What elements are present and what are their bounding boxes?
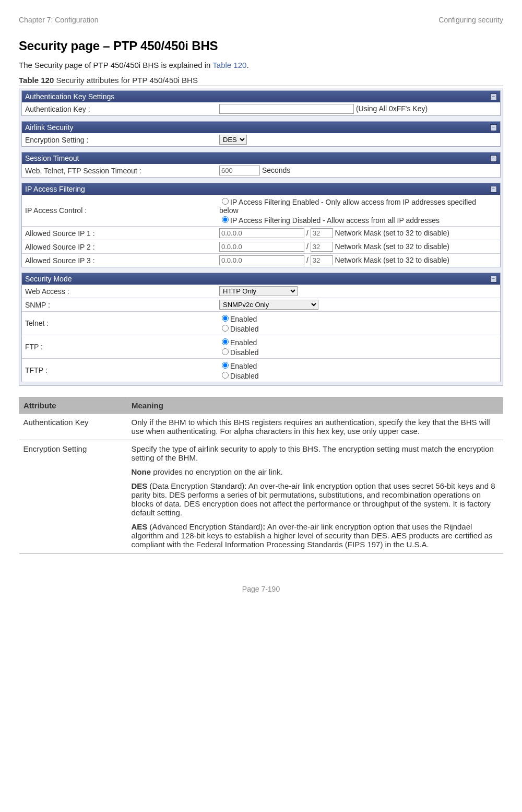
intro-prefix: The Security page of PTP 450/450i BHS is… [19, 61, 212, 69]
header-right: Configuring security [438, 16, 503, 24]
collapse-icon[interactable]: − [490, 276, 497, 283]
section-title: Security page – PTP 450/450i BHS [19, 39, 503, 53]
snmp-select[interactable]: SNMPv2c Only [219, 300, 318, 310]
snmp-label: SNMP : [22, 298, 216, 312]
panel-title-ipfilter: IP Access Filtering [25, 185, 85, 193]
tftp-disabled-radio[interactable] [222, 372, 229, 379]
tftp-enabled-radio[interactable] [222, 362, 229, 369]
telnet-disabled-radio[interactable] [222, 325, 229, 332]
table-link[interactable]: Table 120 [212, 61, 246, 69]
src-ip3-mask[interactable] [311, 255, 333, 265]
panel-auth-key: Authentication Key Settings − Authentica… [21, 90, 501, 116]
session-timeout-unit: Seconds [262, 166, 290, 174]
page-header: Chapter 7: Configuration Configuring sec… [19, 16, 503, 24]
panel-title-airlink: Airlink Security [25, 123, 74, 132]
src-ip1-input[interactable] [219, 228, 304, 238]
panel-security-mode: Security Mode − Web Access : HTTP Only S… [21, 273, 501, 382]
attr-name: Authentication Key [19, 414, 127, 440]
header-left: Chapter 7: Configuration [19, 16, 99, 24]
src-ip2-input[interactable] [219, 242, 304, 252]
web-access-select[interactable]: HTTP Only [219, 286, 298, 296]
panel-header-ipfilter: IP Access Filtering − [22, 183, 500, 195]
caption-rest: Security attributes for PTP 450/450i BHS [54, 76, 198, 85]
auth-key-label: Authentication Key : [22, 102, 216, 115]
telnet-label: Telnet : [22, 312, 216, 335]
ftp-disabled-radio[interactable] [222, 348, 229, 355]
web-access-label: Web Access : [22, 285, 216, 298]
panel-title-session: Session Timeout [25, 154, 79, 162]
src-ip1-label: Allowed Source IP 1 : [22, 227, 216, 240]
intro-paragraph: The Security page of PTP 450/450i BHS is… [19, 61, 503, 69]
config-screenshot: Authentication Key Settings − Authentica… [19, 88, 503, 386]
src-ip2-note: Network Mask (set to 32 to disable) [335, 242, 449, 251]
src-ip2-mask[interactable] [311, 242, 333, 252]
auth-key-note: (Using All 0xFF's Key) [356, 104, 428, 113]
panel-title-secmode: Security Mode [25, 275, 72, 283]
src-ip2-label: Allowed Source IP 2 : [22, 240, 216, 254]
ip-filter-disabled-radio[interactable] [222, 216, 229, 223]
panel-airlink: Airlink Security − Encryption Setting : … [21, 121, 501, 147]
attr-col-meaning: Meaning [127, 398, 503, 414]
panel-session: Session Timeout − Web, Telnet, FTP Sessi… [21, 152, 501, 178]
src-ip3-note: Network Mask (set to 32 to disable) [335, 256, 449, 264]
panel-header-auth: Authentication Key Settings − [22, 91, 500, 102]
session-timeout-label: Web, Telnet, FTP Session Timeout : [22, 164, 216, 177]
tftp-label: TFTP : [22, 359, 216, 382]
ip-filter-enabled-radio[interactable] [222, 198, 229, 205]
attr-name: Encryption Setting [19, 440, 127, 554]
panel-header-session: Session Timeout − [22, 152, 500, 164]
table-row: Authentication Key Only if the BHM to wh… [19, 414, 503, 440]
src-ip1-mask[interactable] [311, 228, 333, 238]
collapse-icon[interactable]: − [490, 124, 497, 131]
src-ip3-label: Allowed Source IP 3 : [22, 254, 216, 267]
collapse-icon[interactable]: − [490, 93, 497, 100]
ftp-label: FTP : [22, 335, 216, 359]
attribute-table: Attribute Meaning Authentication Key Onl… [19, 397, 503, 554]
intro-suffix: . [246, 61, 248, 69]
src-ip3-input[interactable] [219, 255, 304, 265]
ip-filter-enabled-option: IP Access Filtering Enabled - Only allow… [219, 196, 497, 215]
attr-meaning: Specify the type of airlink security to … [127, 440, 503, 554]
caption-bold: Table 120 [19, 76, 54, 85]
table-caption: Table 120 Security attributes for PTP 45… [19, 76, 503, 86]
ip-access-control-label: IP Access Control : [22, 195, 216, 227]
telnet-enabled-radio[interactable] [222, 315, 229, 322]
auth-key-cell: (Using All 0xFF's Key) [216, 102, 500, 115]
panel-header-secmode: Security Mode − [22, 273, 500, 285]
ftp-enabled-radio[interactable] [222, 338, 229, 345]
panel-header-airlink: Airlink Security − [22, 122, 500, 133]
attr-col-attribute: Attribute [19, 398, 127, 414]
auth-key-input[interactable] [219, 104, 354, 114]
panel-ip-filter: IP Access Filtering − IP Access Control … [21, 183, 501, 267]
attr-meaning: Only if the BHM to which this BHS regist… [127, 414, 503, 440]
page-footer: Page 7-190 [19, 585, 503, 593]
src-ip1-note: Network Mask (set to 32 to disable) [335, 229, 449, 237]
encryption-label: Encryption Setting : [22, 133, 216, 146]
panel-title-auth: Authentication Key Settings [25, 92, 114, 101]
encryption-select[interactable]: DES [219, 135, 247, 145]
ip-filter-disabled-option: IP Access Filtering Disabled - Allow acc… [219, 215, 497, 225]
session-timeout-input[interactable] [219, 166, 260, 175]
table-row: Encryption Setting Specify the type of a… [19, 440, 503, 554]
collapse-icon[interactable]: − [490, 155, 497, 162]
collapse-icon[interactable]: − [490, 186, 497, 193]
